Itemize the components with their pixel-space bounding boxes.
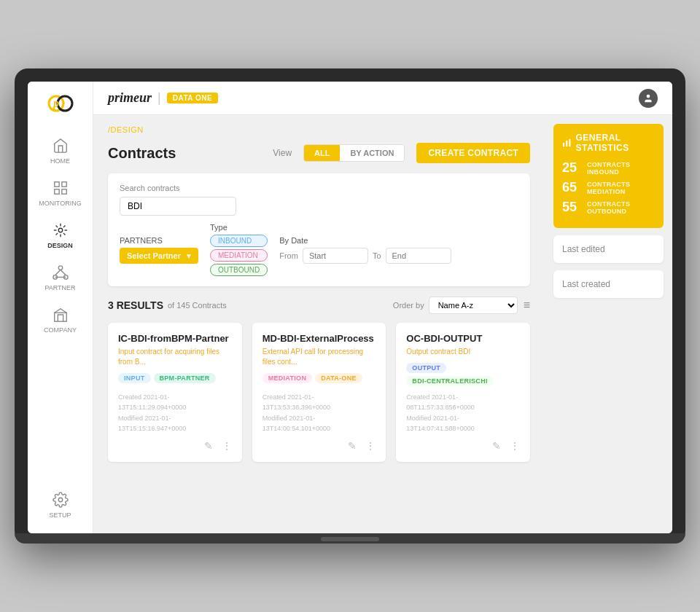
date-from-input[interactable] bbox=[303, 248, 368, 264]
svg-point-24 bbox=[647, 94, 650, 98]
sidebar-item-partner-label: PARTNER bbox=[44, 284, 75, 291]
stat-number-2: 55 bbox=[562, 200, 583, 215]
sidebar-item-design[interactable]: DESIGN bbox=[28, 214, 93, 256]
tag-bdi-2[interactable]: BDI-CENTRALERISCHI bbox=[406, 376, 493, 386]
tag-output-2[interactable]: OUTPUT bbox=[406, 363, 446, 373]
contract-actions-2: ✎ ⋮ bbox=[406, 440, 520, 452]
sidebar-item-monitoring[interactable]: MONITORING bbox=[28, 172, 93, 214]
contract-actions-1: ✎ ⋮ bbox=[262, 440, 376, 452]
type-filter: Type INBOUND MEDIATION OUTBOUND bbox=[210, 223, 268, 276]
breadcrumb: /DESIGN bbox=[108, 125, 530, 134]
more-icon-0[interactable]: ⋮ bbox=[222, 440, 232, 452]
sidebar-item-company[interactable]: COMPANY bbox=[28, 299, 93, 341]
svg-rect-6 bbox=[61, 189, 66, 194]
tag-data-one-1[interactable]: DATA-ONE bbox=[315, 373, 362, 383]
edit-icon-1[interactable]: ✎ bbox=[348, 440, 357, 452]
create-contract-button[interactable]: CREATE CONTRACT bbox=[416, 143, 530, 163]
results-count: 3 RESULTS bbox=[108, 299, 163, 311]
view-all-btn[interactable]: ALL bbox=[304, 145, 340, 161]
sidebar-item-company-label: COMPANY bbox=[44, 326, 77, 334]
search-input[interactable] bbox=[120, 197, 236, 216]
monitoring-icon bbox=[52, 179, 69, 197]
stat-label-1: CONTRACTS MEDIATION bbox=[587, 181, 655, 195]
stats-card-header: General statistics bbox=[562, 133, 655, 153]
design-icon bbox=[52, 221, 69, 239]
view-toggle: ALL BY ACTION bbox=[303, 144, 405, 162]
svg-line-19 bbox=[55, 270, 60, 275]
svg-line-12 bbox=[55, 226, 58, 228]
type-chip-outbound[interactable]: OUTBOUND bbox=[210, 264, 268, 276]
stat-number-1: 65 bbox=[562, 180, 583, 195]
last-created-label: Last created bbox=[562, 279, 610, 289]
type-chip-mediation[interactable]: MEDIATION bbox=[210, 249, 268, 262]
last-edited-label: Last edited bbox=[562, 244, 605, 254]
contract-card-0: IC-BDI-fromBPM-Partner Input contract fo… bbox=[108, 323, 242, 462]
filters-row: PARTNERS Select Partner ▼ Typ bbox=[120, 223, 518, 276]
stat-row-1: 65 CONTRACTS MEDIATION bbox=[562, 180, 655, 195]
contract-name-1: MD-BDI-ExternalProcess bbox=[262, 333, 376, 344]
list-view-icon[interactable]: ≡ bbox=[524, 299, 530, 312]
contract-tags-0: INPUT BPM-PARTNER bbox=[118, 373, 232, 383]
view-by-action-btn[interactable]: BY ACTION bbox=[340, 145, 404, 161]
type-chip-inbound[interactable]: INBOUND bbox=[210, 235, 268, 247]
contract-dates-2: Created 2021-01-08T11:57:33.856+0000 Mod… bbox=[406, 392, 520, 434]
tag-bpm-0[interactable]: BPM-PARTNER bbox=[154, 373, 216, 383]
sidebar-item-setup[interactable]: SETUP bbox=[28, 484, 93, 526]
sidebar-item-home[interactable]: HOME bbox=[28, 130, 93, 172]
contract-tags-1: MEDIATION DATA-ONE bbox=[262, 373, 376, 383]
svg-rect-4 bbox=[61, 182, 66, 187]
divider: | bbox=[158, 90, 161, 106]
tag-input-0[interactable]: INPUT bbox=[118, 373, 151, 383]
svg-line-13 bbox=[63, 233, 65, 235]
contract-desc-2: Output contract BDI bbox=[406, 347, 520, 357]
more-icon-1[interactable]: ⋮ bbox=[365, 440, 376, 452]
sidebar-item-monitoring-label: MONITORING bbox=[39, 200, 81, 207]
date-to-input[interactable] bbox=[386, 248, 451, 264]
contract-name-0: IC-BDI-fromBPM-Partner bbox=[118, 333, 232, 344]
svg-text:p: p bbox=[52, 97, 59, 110]
home-icon bbox=[52, 137, 69, 154]
sidebar-item-partner[interactable]: PARTNER bbox=[28, 256, 93, 299]
more-icon-2[interactable]: ⋮ bbox=[510, 440, 520, 452]
svg-rect-3 bbox=[54, 182, 58, 187]
contract-actions-0: ✎ ⋮ bbox=[118, 440, 232, 452]
company-icon bbox=[52, 306, 69, 323]
contract-card-2: OC-BDI-OUTPUT Output contract BDI OUTPUT… bbox=[396, 323, 530, 462]
last-edited-card: Last edited bbox=[553, 235, 664, 263]
sidebar: p HOME MONITORI bbox=[28, 82, 93, 533]
order-select[interactable]: Name A-z Name Z-a Date Created Date Modi… bbox=[429, 297, 518, 314]
date-row: From To bbox=[279, 248, 451, 264]
contract-tags-2: OUTPUT BDI-CENTRALERISCHI bbox=[406, 363, 520, 386]
stat-row-2: 55 CONTRACTS OUTBOUND bbox=[562, 200, 655, 215]
tag-mediation-1[interactable]: MEDIATION bbox=[262, 373, 313, 383]
contract-desc-1: External API call for processing files c… bbox=[262, 347, 376, 367]
date-filter: By Date From To bbox=[279, 236, 451, 264]
svg-point-23 bbox=[58, 498, 63, 502]
sidebar-item-home-label: HOME bbox=[50, 157, 70, 165]
sidebar-item-setup-label: SETUP bbox=[49, 511, 71, 519]
right-panel: General statistics 25 CONTRACTS INBOUND … bbox=[545, 115, 672, 533]
edit-icon-0[interactable]: ✎ bbox=[204, 440, 213, 452]
svg-line-15 bbox=[55, 233, 58, 235]
svg-point-7 bbox=[58, 228, 63, 232]
to-label: To bbox=[373, 251, 381, 260]
type-chips: INBOUND MEDIATION OUTBOUND bbox=[210, 235, 268, 276]
user-avatar[interactable] bbox=[639, 89, 658, 108]
contracts-grid: IC-BDI-fromBPM-Partner Input contract fo… bbox=[108, 323, 530, 462]
svg-rect-27 bbox=[569, 139, 570, 146]
partners-label: PARTNERS bbox=[120, 236, 198, 245]
search-area: Search contracts PARTNERS Select Partner bbox=[108, 173, 530, 286]
svg-line-20 bbox=[61, 270, 66, 275]
stat-number-0: 25 bbox=[562, 160, 583, 176]
from-label: From bbox=[279, 251, 298, 260]
edit-icon-2[interactable]: ✎ bbox=[492, 440, 501, 452]
page-area: /DESIGN Contracts View ALL BY ACTION CRE… bbox=[93, 115, 672, 533]
stats-card: General statistics 25 CONTRACTS INBOUND … bbox=[553, 124, 664, 228]
date-label: By Date bbox=[279, 236, 451, 245]
type-label: Type bbox=[210, 223, 268, 232]
partner-select[interactable]: Select Partner bbox=[120, 248, 198, 264]
results-header: 3 RESULTS of 145 Contracts Order by Name… bbox=[108, 297, 530, 314]
page-title: Contracts bbox=[108, 145, 176, 162]
svg-rect-5 bbox=[54, 189, 58, 194]
partner-icon bbox=[52, 264, 69, 281]
